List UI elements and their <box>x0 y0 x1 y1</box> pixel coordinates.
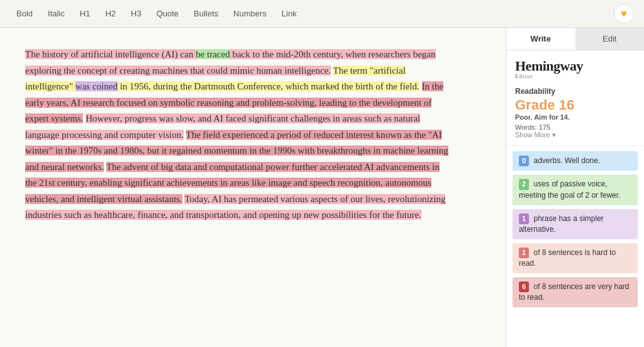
h1-button[interactable]: H1 <box>74 6 97 21</box>
numbers-button[interactable]: Numbers <box>227 6 273 21</box>
h3-button[interactable]: H3 <box>125 6 148 21</box>
stat-card-1: 2 uses of passive voice, meeting the goa… <box>513 174 638 205</box>
hemingway-logo: Hemingway Editor <box>506 50 644 83</box>
stat-count-4: 6 <box>519 282 529 292</box>
bullets-button[interactable]: Bullets <box>187 6 225 21</box>
editor-area[interactable]: The history of artificial intelligence (… <box>0 28 506 347</box>
edit-tab[interactable]: Edit <box>575 28 645 50</box>
heart-button[interactable]: ♥ <box>614 4 634 24</box>
quote-button[interactable]: Quote <box>150 6 185 21</box>
italic-button[interactable]: Italic <box>42 6 71 21</box>
write-tab[interactable]: Write <box>506 28 575 50</box>
bold-button[interactable]: Bold <box>10 6 39 21</box>
stat-card-4: 6 of 8 sentences are very hard to read. <box>513 277 638 307</box>
grade-value: Grade 16 <box>515 97 635 113</box>
toolbar: Bold Italic H1 H2 H3 Quote Bullets Numbe… <box>0 0 644 28</box>
readability-label: Readability <box>515 87 635 96</box>
grade-desc-bold: Poor <box>515 113 530 121</box>
stat-card-3: 1 of 8 sentences is hard to read. <box>513 243 638 273</box>
stat-count-3: 1 <box>519 247 529 258</box>
word-count: Words: 175 <box>515 123 635 131</box>
heart-icon: ♥ <box>621 8 627 20</box>
editor-text[interactable]: The history of artificial intelligence (… <box>25 47 453 224</box>
logo-title: Hemingway <box>515 58 635 74</box>
grade-description: Poor. Aim for 14. <box>515 113 635 121</box>
stats-section: 0 adverbs. Well done.2 uses of passive v… <box>506 146 644 312</box>
h2-button[interactable]: H2 <box>99 6 122 21</box>
simpler-alt-1: was coined <box>75 81 118 91</box>
show-more-link[interactable]: Show More ▾ <box>515 131 635 139</box>
stat-card-2: 1 phrase has a simpler alternative. <box>513 209 638 239</box>
stat-count-1: 2 <box>519 179 529 190</box>
sidebar: Write Edit Hemingway Editor Readability … <box>506 28 644 347</box>
stat-count-2: 1 <box>519 213 529 224</box>
sidebar-tabs: Write Edit <box>506 28 644 50</box>
stat-card-0: 0 adverbs. Well done. <box>513 151 638 171</box>
readability-section: Readability Grade 16 Poor. Aim for 14. W… <box>506 83 644 146</box>
grade-desc-text: . Aim for 14. <box>530 113 570 121</box>
stat-count-0: 0 <box>519 156 529 166</box>
main-container: The history of artificial intelligence (… <box>0 28 644 347</box>
passive-voice-1: be traced <box>196 49 230 59</box>
link-button[interactable]: Link <box>275 6 303 21</box>
